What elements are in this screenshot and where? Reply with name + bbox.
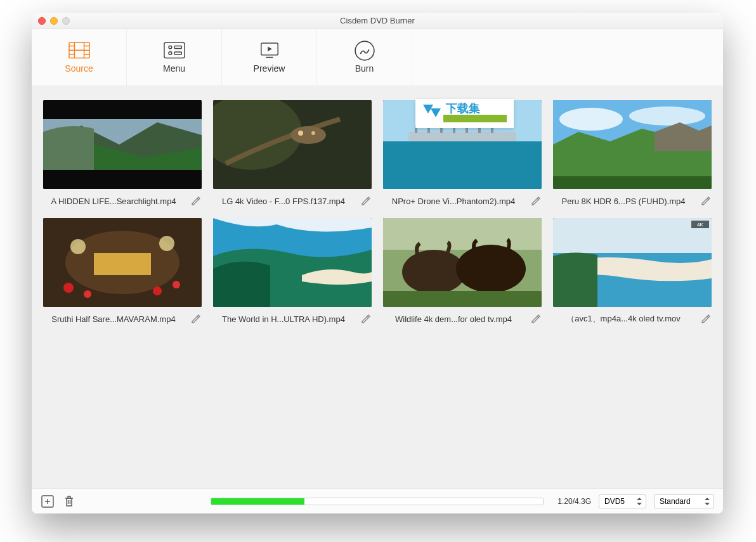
svg-rect-56 xyxy=(383,218,542,250)
tab-preview[interactable]: Preview xyxy=(222,29,317,86)
svg-point-40 xyxy=(559,108,623,131)
titlebar: Cisdem DVD Burner xyxy=(32,13,723,29)
menu-icon xyxy=(164,42,185,60)
content-area: A HIDDEN LIFE...Searchlight.mp4 LG 4k Vi… xyxy=(32,86,723,488)
video-thumbnail[interactable] xyxy=(213,218,372,307)
video-item[interactable]: Peru 8K HDR 6...PS (FUHD).mp4 xyxy=(553,100,712,207)
video-thumbnail[interactable] xyxy=(213,100,372,189)
tab-burn[interactable]: Burn xyxy=(317,29,412,86)
disc-type-value: DVD5 xyxy=(604,497,625,506)
window-title: Cisdem DVD Burner xyxy=(32,16,723,25)
svg-rect-19 xyxy=(43,100,202,119)
burn-icon xyxy=(354,42,375,60)
tab-source[interactable]: Source xyxy=(32,29,127,86)
footer-bar: 1.20/4.3G DVD5 Standard xyxy=(32,488,723,513)
preview-icon xyxy=(259,42,280,60)
svg-rect-71 xyxy=(443,115,507,122)
svg-rect-60 xyxy=(553,218,712,253)
svg-rect-12 xyxy=(174,52,181,55)
svg-point-26 xyxy=(290,126,326,144)
video-filename: Peru 8K HDR 6...PS (FUHD).mp4 xyxy=(553,197,694,206)
edit-icon[interactable] xyxy=(190,313,202,325)
video-filename: Sruthi Half Sare...MAVARAM.mp4 xyxy=(43,314,184,324)
svg-rect-11 xyxy=(174,46,181,49)
svg-point-41 xyxy=(629,106,705,126)
svg-rect-20 xyxy=(43,170,202,189)
edit-icon[interactable] xyxy=(190,195,202,207)
edit-icon[interactable] xyxy=(700,313,712,325)
video-thumbnail[interactable] xyxy=(43,100,202,189)
svg-point-58 xyxy=(456,245,526,293)
video-thumbnail[interactable]: 4K xyxy=(553,218,712,307)
video-item[interactable]: The World in H...ULTRA HD).mp4 xyxy=(213,218,372,325)
video-filename: NPro+ Drone Vi...Phantom2).mp4 xyxy=(383,197,524,206)
edit-icon[interactable] xyxy=(360,195,372,207)
app-window: Cisdem DVD Burner Source Menu Preview Bu… xyxy=(32,13,723,513)
svg-point-50 xyxy=(153,287,162,295)
video-filename: LG 4k Video - F...0 FPS.f137.mp4 xyxy=(213,197,354,206)
edit-icon[interactable] xyxy=(700,195,712,207)
svg-point-48 xyxy=(63,283,74,293)
svg-rect-31 xyxy=(408,132,516,141)
add-button[interactable] xyxy=(41,494,55,508)
capacity-text: 1.20/4.3G xyxy=(557,497,591,506)
edit-icon[interactable] xyxy=(530,195,542,207)
svg-text:下载集: 下载集 xyxy=(445,102,480,115)
svg-rect-59 xyxy=(383,291,542,307)
svg-point-28 xyxy=(311,131,315,135)
svg-point-18 xyxy=(368,49,369,50)
tab-label: Preview xyxy=(254,63,285,74)
quality-select[interactable]: Standard xyxy=(654,494,714,508)
video-item[interactable]: A HIDDEN LIFE...Searchlight.mp4 xyxy=(43,100,202,207)
svg-rect-47 xyxy=(94,253,151,275)
disc-type-select[interactable]: DVD5 xyxy=(599,494,646,508)
video-thumbnail[interactable] xyxy=(383,218,542,307)
tab-menu[interactable]: Menu xyxy=(127,29,222,86)
video-filename: Wildlife 4k dem...for oled tv.mp4 xyxy=(383,314,524,324)
svg-point-10 xyxy=(169,52,172,55)
watermark-overlay: 下载集 xyxy=(415,99,514,128)
svg-point-17 xyxy=(360,53,361,54)
source-icon xyxy=(68,42,90,60)
capacity-bar xyxy=(211,498,544,505)
video-item[interactable]: 4K （avc1、mp4a...4k oled tv.mov xyxy=(553,218,712,325)
video-grid: A HIDDEN LIFE...Searchlight.mp4 LG 4k Vi… xyxy=(43,100,712,325)
video-item[interactable]: Sruthi Half Sare...MAVARAM.mp4 xyxy=(43,218,202,325)
svg-rect-8 xyxy=(164,42,184,58)
svg-point-27 xyxy=(298,131,303,136)
svg-rect-44 xyxy=(553,176,712,189)
video-item[interactable]: LG 4k Video - F...0 FPS.f137.mp4 xyxy=(213,100,372,207)
edit-icon[interactable] xyxy=(360,313,372,325)
video-filename: The World in H...ULTRA HD).mp4 xyxy=(213,314,354,324)
video-thumbnail[interactable] xyxy=(553,100,712,189)
edit-icon[interactable] xyxy=(530,313,542,325)
video-thumbnail[interactable] xyxy=(43,218,202,307)
svg-rect-30 xyxy=(383,141,542,189)
svg-point-16 xyxy=(355,41,374,60)
svg-point-9 xyxy=(169,46,172,49)
video-filename: A HIDDEN LIFE...Searchlight.mp4 xyxy=(43,197,184,206)
svg-marker-70 xyxy=(431,108,441,117)
tab-label: Menu xyxy=(163,63,185,74)
svg-point-49 xyxy=(84,290,91,298)
top-tab-bar: Source Menu Preview Burn xyxy=(32,29,723,86)
svg-text:4K: 4K xyxy=(697,222,703,228)
tab-label: Burn xyxy=(355,63,374,74)
svg-point-52 xyxy=(70,239,86,254)
capacity-fill xyxy=(211,498,304,505)
tab-label: Source xyxy=(65,63,93,74)
quality-value: Standard xyxy=(660,497,691,506)
svg-marker-14 xyxy=(268,47,272,52)
svg-point-53 xyxy=(159,236,174,251)
video-filename: （avc1、mp4a...4k oled tv.mov xyxy=(553,313,694,325)
video-item[interactable]: Wildlife 4k dem...for oled tv.mp4 xyxy=(383,218,542,325)
svg-point-51 xyxy=(173,281,180,288)
delete-button[interactable] xyxy=(62,494,76,508)
svg-point-57 xyxy=(402,250,466,294)
